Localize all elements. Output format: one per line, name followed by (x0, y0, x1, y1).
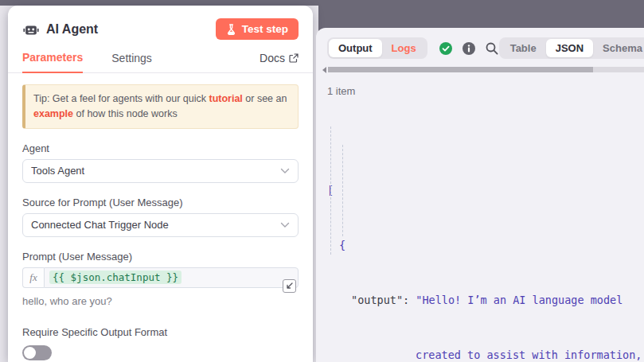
docs-label: Docs (260, 52, 285, 64)
info-icon[interactable] (462, 41, 476, 56)
prompt-field-label: Prompt (User Message) (22, 251, 299, 263)
fx-badge: fx (22, 267, 44, 288)
json-value-line: created to assist with information, (327, 346, 644, 362)
tip-text: Tip: Get a feel for agents with our quic… (33, 93, 209, 104)
toggle-knob (24, 347, 36, 359)
tab-logs[interactable]: Logs (382, 39, 426, 57)
search-icon[interactable] (485, 41, 499, 56)
tab-output[interactable]: Output (329, 39, 382, 57)
json-value: "Hello! I’m an AI language model (416, 294, 623, 306)
indent-guide (330, 127, 331, 255)
output-format-label: Require Specific Output Format (22, 326, 299, 338)
json-key: "output": (351, 294, 416, 306)
json-viewer: [ { "output": "Hello! I’m an AI language… (327, 108, 644, 362)
items-count: 1 item (327, 85, 644, 97)
node-tabbar: Parameters Settings Docs (8, 40, 313, 73)
json-key-value: "output": "Hello! I’m an AI language mod… (327, 291, 644, 309)
node-parameters: Tip: Get a feel for agents with our quic… (8, 73, 313, 360)
horizontal-scrollbar[interactable] (322, 67, 644, 72)
tutorial-link[interactable]: tutorial (209, 93, 242, 104)
scrollbar-left-arrow-icon[interactable] (322, 67, 326, 73)
json-brace: { (327, 236, 644, 255)
format-tabs: Table JSON Schema (499, 37, 644, 59)
output-logs-tabs: Output Logs (327, 37, 427, 59)
docs-link[interactable]: Docs (260, 52, 299, 72)
chevron-down-icon (280, 168, 290, 174)
flask-icon (226, 24, 236, 35)
robot-icon (22, 21, 40, 38)
test-step-label: Test step (242, 23, 288, 35)
chevron-down-icon (280, 222, 290, 228)
test-step-button[interactable]: Test step (216, 18, 299, 40)
node-title: AI Agent (46, 22, 98, 37)
output-header: Output Logs (327, 37, 644, 59)
prompt-source-value: Connected Chat Trigger Node (31, 219, 169, 231)
expression-preview: hello, who are you? (22, 295, 299, 307)
external-link-icon (289, 53, 299, 63)
tip-text: or see an (243, 93, 287, 104)
json-bracket: [ (327, 181, 644, 200)
prompt-source-select[interactable]: Connected Chat Trigger Node (22, 213, 299, 237)
agent-field-label: Agent (22, 142, 299, 154)
tab-parameters[interactable]: Parameters (22, 51, 83, 73)
prompt-source-label: Source for Prompt (User Message) (22, 197, 299, 208)
output-format-toggle[interactable] (22, 345, 52, 360)
scrollbar-thumb[interactable] (328, 67, 593, 72)
expression-value: {{ $json.chatInput }} (49, 271, 181, 284)
tip-text: of how this node works (73, 108, 178, 119)
output-panel: Output Logs (316, 28, 644, 362)
tab-table[interactable]: Table (501, 39, 546, 57)
expand-expression-button[interactable] (283, 279, 296, 293)
tab-json[interactable]: JSON (546, 39, 593, 57)
success-check-icon (439, 41, 453, 56)
output-status-icons (439, 41, 499, 56)
indent-guide (342, 145, 343, 236)
tab-schema[interactable]: Schema (593, 39, 644, 57)
example-link[interactable]: example (33, 108, 73, 119)
node-detail-panel: AI Agent Test step Parameters Settings D… (8, 6, 313, 362)
prompt-expression-field: fx {{ $json.chatInput }} (22, 267, 299, 288)
agent-select-value: Tools Agent (31, 165, 84, 177)
node-header: AI Agent Test step (8, 6, 313, 40)
agent-select[interactable]: Tools Agent (22, 159, 299, 183)
tab-settings[interactable]: Settings (111, 52, 152, 72)
scrollbar-track[interactable] (328, 67, 644, 72)
expression-input[interactable]: {{ $json.chatInput }} (44, 267, 299, 288)
tip-callout: Tip: Get a feel for agents with our quic… (22, 84, 299, 129)
